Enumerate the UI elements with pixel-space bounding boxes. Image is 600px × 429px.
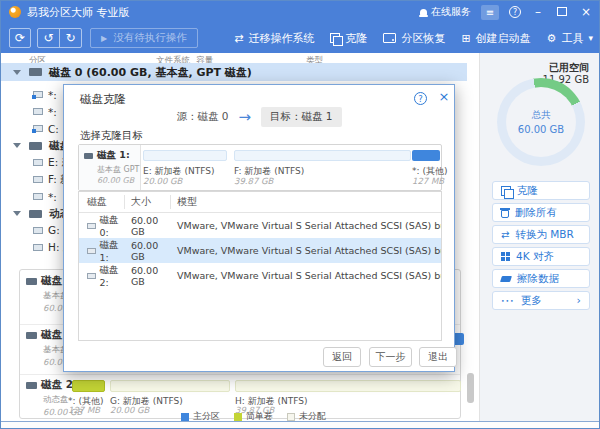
- online-service-label: 在线服务: [431, 5, 471, 19]
- bell-icon: [420, 9, 427, 15]
- play-icon: ▶: [101, 34, 107, 43]
- partition-bar[interactable]: [143, 150, 227, 161]
- pending-operations-label: 没有待执行操作: [113, 31, 187, 45]
- convert-icon: ⇄: [501, 229, 509, 240]
- sidebar-clone-button[interactable]: 克隆: [492, 181, 590, 200]
- table-row-disk0[interactable]: 磁盘 0: 60.00 GB VMware, VMware Virtual S …: [79, 213, 441, 238]
- disk-selection-table: 磁盘 大小 模型 磁盘 0: 60.00 GB VMware, VMware V…: [78, 191, 442, 341]
- target-disk-preview: 磁盘 1: 基本盘 GPT 60.00 GB E: 新加卷 (NTFS) 20.…: [78, 144, 442, 191]
- disk-icon: [87, 273, 96, 279]
- grid-icon: [501, 252, 510, 261]
- header-size: 大小: [125, 195, 171, 209]
- undo-icon: ↺: [43, 31, 53, 45]
- undo-redo-group: ↺ ↻: [37, 28, 82, 48]
- disk-icon: [26, 278, 37, 285]
- pending-operations-button[interactable]: ▶ 没有待执行操作: [90, 28, 198, 48]
- chevron-down-icon: ▾: [588, 33, 593, 43]
- chevron-right-icon: ›: [577, 294, 581, 307]
- eraser-icon: [500, 276, 512, 282]
- sidebar-button-label: 4K 对齐: [516, 250, 554, 264]
- sidebar-button-label: 擦除数据: [517, 272, 559, 286]
- tools-button[interactable]: ⚙ 工具 ▾: [547, 31, 593, 46]
- app-logo-icon: [9, 6, 21, 18]
- select-target-label: 选择克隆目标: [80, 129, 143, 143]
- vertical-scrollbar-thumb[interactable]: [467, 373, 474, 403]
- window-footer: [1, 421, 600, 429]
- legend-unallocated-swatch: [287, 413, 295, 421]
- partition-bar[interactable]: [72, 380, 105, 392]
- dialog-help-button[interactable]: ?: [414, 92, 427, 105]
- partition-icon: [33, 159, 43, 166]
- table-row-disk2[interactable]: 磁盘 2: 60.00 GB VMware, VMware Virtual S …: [79, 263, 441, 288]
- table-row-disk1-selected[interactable]: 磁盘 1: 60.00 GB VMware, VMware Virtual S …: [79, 238, 441, 263]
- tree-row-label: *:: [48, 89, 57, 101]
- online-service-button[interactable]: 在线服务: [420, 5, 471, 19]
- clone-menu-button[interactable]: 克隆: [330, 31, 367, 46]
- partition-recovery-button[interactable]: 分区恢复: [383, 31, 445, 46]
- next-button[interactable]: 下一步: [369, 347, 412, 367]
- exit-button[interactable]: 退出: [419, 347, 457, 367]
- table-header: 磁盘 大小 模型: [79, 192, 441, 213]
- partition-size: 127 MB: [68, 405, 100, 415]
- disk-icon: [29, 142, 42, 150]
- partition-icon: [33, 227, 43, 234]
- sidebar-button-label: 转换为 MBR: [515, 228, 573, 242]
- migrate-os-label: 迁移操作系统: [248, 31, 314, 46]
- partition-size: 39.87 GB: [234, 176, 273, 186]
- partition-bar[interactable]: [234, 150, 411, 161]
- legend-simple-swatch: [234, 413, 242, 421]
- help-button[interactable]: ?: [509, 6, 521, 18]
- target-disk-bars: E: 新加卷 (NTFS) 20.00 GB F: 新加卷 (NTFS) 39.…: [141, 145, 441, 190]
- help-icon: ?: [513, 8, 517, 17]
- partition-bar[interactable]: [110, 380, 230, 392]
- partition-icon: [33, 108, 43, 115]
- dialog-close-button[interactable]: ×: [436, 89, 452, 105]
- disk-icon: [29, 68, 42, 76]
- create-boot-disk-button[interactable]: ⊞ 创建启动盘: [461, 31, 530, 46]
- used-space-label: 已用空间: [549, 61, 589, 75]
- help-icon: ?: [418, 94, 423, 104]
- arrow-right-icon: →: [238, 112, 251, 122]
- partition-bar[interactable]: [412, 150, 440, 161]
- refresh-button[interactable]: ⟳: [9, 28, 31, 48]
- disk-icon: [29, 210, 42, 218]
- back-button[interactable]: 返回: [323, 347, 361, 367]
- sidebar-button-label: 克隆: [517, 184, 538, 198]
- redo-icon: ↻: [65, 31, 75, 45]
- sidebar-wipe-data-button[interactable]: 擦除数据: [492, 269, 590, 288]
- undo-button[interactable]: ↺: [38, 29, 59, 47]
- tree-row-disk0-selected[interactable]: 磁盘 0 (60.00 GB, 基本盘, GPT 磁盘): [1, 63, 467, 81]
- tree-row-label: C:: [48, 123, 59, 135]
- migrate-os-button[interactable]: ⇄ 迁移操作系统: [234, 31, 314, 46]
- cell-disk-size: 60.00 GB: [125, 240, 171, 262]
- hamburger-icon: ≡: [486, 7, 494, 18]
- redo-button[interactable]: ↻: [59, 29, 81, 47]
- partition-bar[interactable]: [235, 380, 461, 392]
- sidebar-convert-mbr-button[interactable]: ⇄ 转换为 MBR: [492, 225, 590, 244]
- partition-size: 20.00 GB: [143, 176, 182, 186]
- menu-button[interactable]: ≡: [481, 5, 499, 20]
- app-title: 易我分区大师 专业版: [27, 5, 130, 20]
- title-bar: 易我分区大师 专业版 在线服务 ≡ ? – ×: [1, 1, 600, 23]
- target-disk-info: 磁盘 1: 基本盘 GPT 60.00 GB: [79, 145, 141, 190]
- cell-disk-model: VMware, VMware Virtual S Serial Attached…: [171, 245, 441, 256]
- cell-disk-model: VMware, VMware Virtual S Serial Attached…: [171, 220, 441, 231]
- trash-icon: [501, 210, 509, 218]
- close-button[interactable]: ×: [579, 1, 593, 23]
- total-value: 60.00 GB: [518, 124, 564, 135]
- app-window: 易我分区大师 专业版 在线服务 ≡ ? – × ⟳ ↺ ↻ ▶ 没有待执行操作 …: [0, 0, 600, 429]
- collapse-arrow-icon: [13, 70, 21, 75]
- legend-primary-swatch: [181, 413, 189, 421]
- disk-icon: [87, 223, 96, 229]
- collapse-arrow-icon: [13, 211, 21, 216]
- disk-icon: [26, 382, 37, 389]
- tree-row-label: *:: [48, 191, 57, 203]
- minimize-button[interactable]: –: [531, 1, 545, 23]
- sidebar-button-label: 删除所有: [515, 206, 557, 220]
- sidebar-delete-all-button[interactable]: 删除所有: [492, 203, 590, 222]
- sidebar-more-button[interactable]: ••• 更多 ›: [492, 291, 590, 310]
- partition-recovery-icon: [383, 33, 396, 43]
- maximize-button[interactable]: [555, 1, 569, 23]
- sidebar-4k-align-button[interactable]: 4K 对齐: [492, 247, 590, 266]
- target-disk-size: 60.00 GB: [84, 176, 140, 185]
